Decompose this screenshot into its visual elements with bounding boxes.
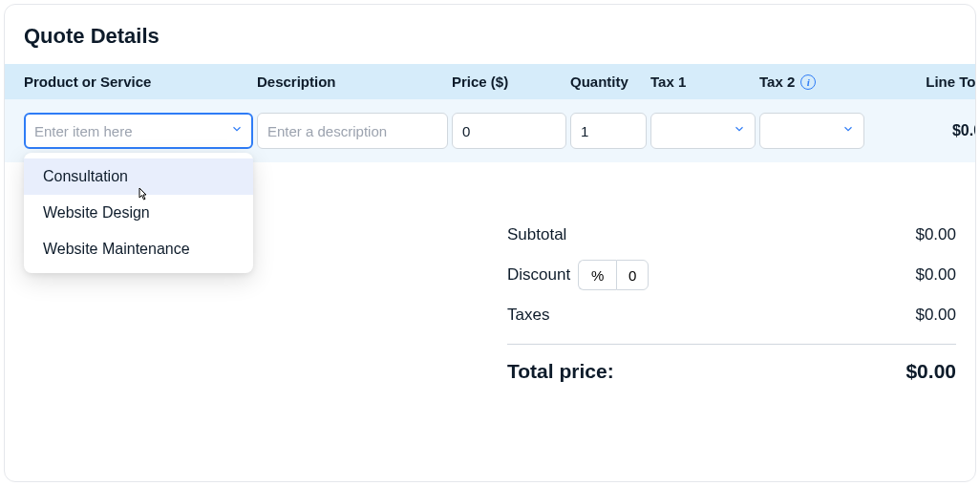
total-label: Total price: [507, 360, 614, 383]
product-dropdown: Consultation Website Design Website Main… [24, 153, 253, 273]
th-tax2: Tax 2 i [759, 74, 864, 90]
description-wrap [257, 113, 448, 149]
tax2-select-wrap [759, 113, 864, 149]
tax1-select-wrap [650, 113, 756, 149]
dropdown-item-website-maintenance[interactable]: Website Maintenance [24, 231, 253, 267]
dropdown-item-website-design[interactable]: Website Design [24, 195, 253, 231]
page-title: Quote Details [5, 5, 975, 64]
line-total-value: $0.00 [868, 122, 976, 139]
summary-section: Subtotal $0.00 Discount % $0.00 Taxes $0… [507, 225, 975, 383]
total-row: Total price: $0.00 [507, 360, 956, 383]
table-row: $0.00 Consultation Website Design Websit… [5, 99, 975, 162]
discount-inputs: % [578, 260, 649, 290]
discount-value-input[interactable] [616, 260, 649, 290]
th-tax1: Tax 1 [650, 74, 756, 90]
dropdown-item-consultation[interactable]: Consultation [24, 158, 253, 195]
taxes-value: $0.00 [915, 306, 956, 325]
th-price: Price ($) [452, 74, 566, 90]
subtotal-row: Subtotal $0.00 [507, 225, 956, 244]
discount-unit-select[interactable]: % [578, 260, 616, 290]
table-header: Product or Service Description Price ($)… [5, 64, 975, 99]
discount-row: Discount % $0.00 [507, 260, 956, 290]
quantity-wrap [570, 113, 647, 149]
quantity-input[interactable] [570, 113, 647, 149]
th-product: Product or Service [24, 74, 253, 90]
th-quantity: Quantity [570, 74, 647, 90]
description-input[interactable] [257, 113, 448, 149]
quote-details-card: Quote Details Product or Service Descrip… [4, 4, 976, 482]
total-value: $0.00 [905, 360, 956, 383]
discount-amount: $0.00 [915, 265, 956, 285]
summary-divider [507, 344, 956, 345]
subtotal-label: Subtotal [507, 225, 566, 244]
discount-label: Discount [507, 265, 570, 285]
tax2-select[interactable] [759, 113, 864, 149]
th-description: Description [257, 74, 448, 90]
subtotal-value: $0.00 [915, 225, 956, 244]
product-select-wrap [24, 113, 253, 149]
price-wrap [452, 113, 566, 149]
info-icon[interactable]: i [800, 74, 816, 90]
taxes-row: Taxes $0.00 [507, 306, 956, 325]
product-input[interactable] [24, 113, 253, 149]
price-input[interactable] [452, 113, 566, 149]
th-line-total: Line Total [868, 74, 976, 90]
tax1-select[interactable] [650, 113, 756, 149]
taxes-label: Taxes [507, 306, 549, 325]
